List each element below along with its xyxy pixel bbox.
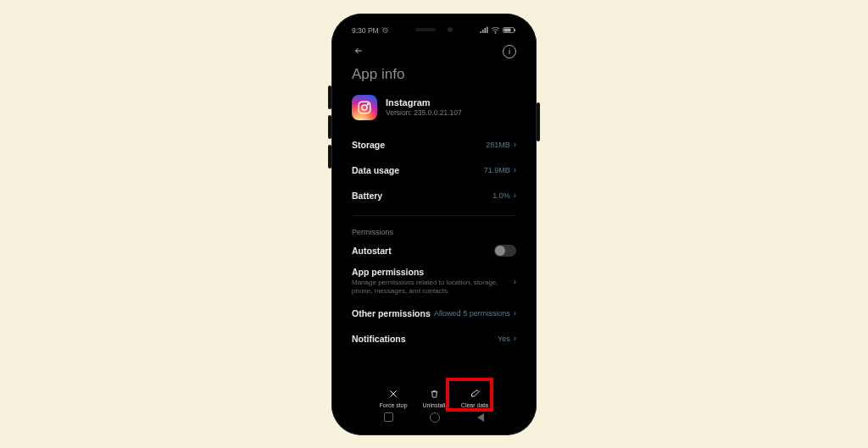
back-button[interactable] (352, 45, 365, 58)
row-label: Battery (352, 191, 382, 201)
wifi-icon (491, 26, 500, 34)
row-label: Storage (352, 140, 385, 150)
alarm-icon (381, 26, 389, 34)
row-value: 71.9MB (484, 166, 510, 174)
row-app-permissions[interactable]: App permissions Manage permissions relat… (352, 263, 516, 301)
row-notifications[interactable]: Notifications Yes› (352, 326, 516, 351)
screen: 9:30 PM i App (340, 22, 528, 427)
action-label: Force stop (379, 402, 407, 408)
title-bar: i (340, 39, 528, 64)
close-icon (388, 388, 398, 400)
annotation-highlight (446, 378, 493, 412)
chevron-right-icon: › (514, 334, 516, 343)
app-name: Instagram (386, 97, 462, 108)
phone-frame: 9:30 PM i App (331, 14, 537, 435)
row-label: App permissions (352, 267, 514, 277)
volume-button (328, 86, 331, 109)
battery-icon (503, 26, 516, 34)
svg-rect-3 (515, 29, 515, 31)
row-battery[interactable]: Battery 1.0%› (352, 183, 516, 208)
row-value: 1.0% (492, 191, 510, 200)
row-label: Notifications (352, 334, 406, 344)
svg-point-1 (495, 33, 496, 34)
chevron-right-icon: › (514, 191, 516, 200)
notch (396, 22, 472, 37)
svg-point-6 (362, 105, 367, 110)
svg-point-7 (367, 103, 369, 105)
status-time: 9:30 PM (352, 26, 379, 35)
info-button[interactable]: i (503, 45, 516, 58)
section-permissions: Permissions (352, 215, 516, 238)
row-autostart[interactable]: Autostart (352, 238, 516, 263)
recents-button[interactable] (384, 412, 393, 422)
power-button (537, 102, 540, 141)
home-button[interactable] (430, 412, 440, 423)
volume-button (328, 115, 331, 139)
chevron-right-icon: › (514, 277, 516, 286)
row-data-usage[interactable]: Data usage 71.9MB› (352, 158, 516, 183)
volume-button (328, 145, 331, 169)
row-storage[interactable]: Storage 281MB› (352, 132, 516, 158)
force-stop-button[interactable]: Force stop (373, 388, 414, 408)
autostart-toggle[interactable] (494, 245, 516, 257)
app-version: Version: 235.0.0.21.107 (386, 108, 462, 117)
row-subtitle: Manage permissions related to location, … (352, 279, 514, 296)
chevron-right-icon: › (514, 165, 516, 174)
svg-rect-4 (504, 29, 511, 32)
chevron-right-icon: › (514, 140, 516, 149)
bottom-action-bar: Force stop Uninstall Clear data (340, 388, 528, 408)
row-label: Autostart (352, 246, 392, 256)
page-title: App info (340, 64, 528, 91)
action-label: Uninstall (423, 402, 446, 408)
trash-icon (430, 388, 439, 400)
back-nav-button[interactable] (477, 413, 484, 422)
row-label: Data usage (352, 165, 399, 175)
row-other-permissions[interactable]: Other permissions Allowed 5 permissions› (352, 301, 516, 326)
app-header: Instagram Version: 235.0.0.21.107 (340, 91, 528, 132)
row-label: Other permissions (352, 308, 431, 318)
instagram-icon (352, 95, 377, 120)
chevron-right-icon: › (514, 308, 516, 318)
row-value: Yes (498, 335, 510, 343)
android-nav-bar (340, 408, 528, 427)
row-value: Allowed 5 permissions (434, 309, 510, 318)
row-value: 281MB (486, 141, 510, 149)
signal-icon (480, 26, 488, 34)
